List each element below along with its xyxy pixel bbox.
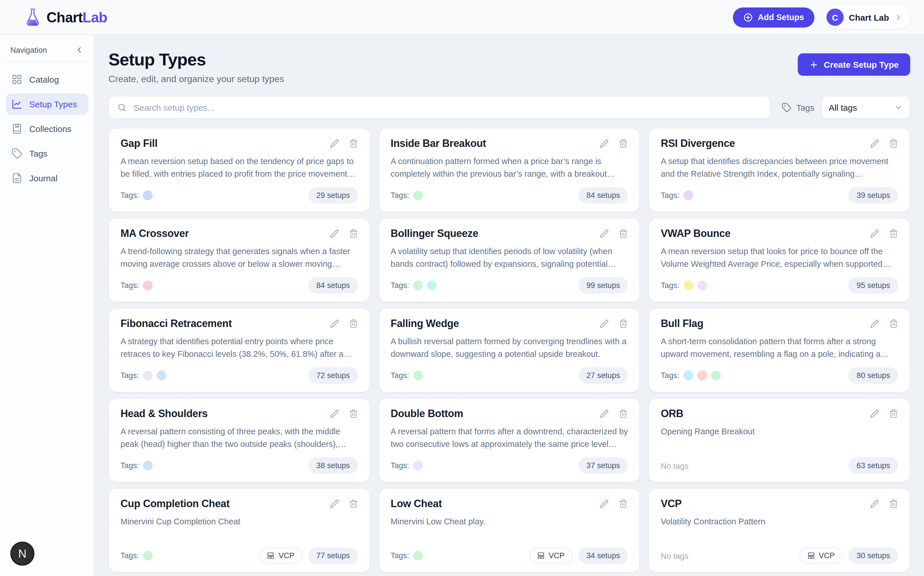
setup-type-card[interactable]: Fibonacci Retracement A strategy that id… (109, 308, 370, 392)
search-input[interactable] (133, 102, 762, 113)
edit-button[interactable] (330, 499, 339, 508)
add-setups-button[interactable]: Add Setups (733, 7, 814, 27)
sidebar-item-setup-types[interactable]: Setup Types (6, 93, 88, 115)
card-title: Head & Shoulders (120, 408, 208, 420)
trash-icon (889, 319, 898, 328)
trash-icon (889, 499, 898, 508)
search-box (109, 96, 770, 119)
edit-button[interactable] (600, 229, 609, 238)
delete-button[interactable] (889, 229, 898, 238)
brand-logo: ChartLab (24, 8, 107, 26)
delete-button[interactable] (889, 499, 898, 508)
setup-type-card[interactable]: MA Crossover A trend-following strategy … (109, 218, 370, 302)
edit-button[interactable] (870, 229, 879, 238)
setup-type-card[interactable]: VCP Volatility Contraction Pattern (649, 488, 910, 573)
card-description: Volatility Contraction Pattern (661, 516, 898, 528)
sidebar-item-tags[interactable]: Tags (6, 143, 88, 164)
setup-type-card[interactable]: Cup Completion Cheat Minervini Cup Compl… (109, 488, 370, 573)
page-subtitle: Create, edit, and organize your setup ty… (109, 74, 284, 84)
plus-icon (810, 60, 819, 69)
sidebar-title: Navigation (10, 46, 47, 54)
card-description: A mean reversion setup based on the tend… (120, 155, 358, 181)
card-tags-label: Tags: (120, 551, 139, 560)
trash-icon (889, 409, 898, 418)
setups-count-badge: 77 setups (308, 547, 358, 564)
sidebar-item-journal[interactable]: Journal (6, 168, 88, 189)
card-title: VWAP Bounce (661, 228, 730, 240)
edit-button[interactable] (600, 139, 609, 148)
edit-button[interactable] (870, 499, 879, 508)
setup-type-card[interactable]: Gap Fill A mean reversion setup based on… (109, 128, 370, 212)
pencil-icon (870, 319, 879, 328)
pencil-icon (600, 229, 609, 238)
card-tags-label: Tags: (120, 461, 139, 470)
card-tags-label: Tags: (391, 461, 409, 470)
setup-type-card[interactable]: Inside Bar Breakout A continuation patte… (378, 128, 640, 212)
setup-type-card[interactable]: Falling Wedge A bullish reversal pattern… (378, 308, 640, 392)
setup-type-card[interactable]: Head & Shoulders A reversal pattern cons… (109, 398, 370, 483)
setup-type-card[interactable]: RSI Divergence A setup that identifies d… (649, 128, 910, 212)
setup-type-card[interactable]: Bull Flag A short-term consolidation pat… (649, 308, 910, 392)
layout-template-icon (807, 552, 815, 559)
pencil-icon (600, 499, 609, 508)
vcp-badge: VCP (529, 547, 573, 564)
brand-name: ChartLab (46, 9, 107, 26)
delete-button[interactable] (889, 319, 898, 328)
tag-color-dot (413, 371, 423, 380)
edit-button[interactable] (330, 409, 339, 418)
tag-icon (782, 102, 792, 112)
delete-button[interactable] (619, 229, 628, 238)
delete-button[interactable] (619, 319, 628, 328)
pencil-icon (600, 409, 609, 418)
edit-button[interactable] (870, 139, 879, 148)
add-setups-label: Add Setups (758, 13, 804, 22)
edit-button[interactable] (600, 409, 609, 418)
setup-type-card[interactable]: Low Cheat Minervini Low Cheat play. (378, 488, 640, 573)
setups-count-badge: 99 setups (578, 277, 628, 294)
setup-type-card[interactable]: VWAP Bounce A mean reversion setup that … (649, 218, 910, 302)
card-no-tags: No tags (661, 461, 689, 470)
delete-button[interactable] (349, 319, 358, 328)
setup-type-card[interactable]: Double Bottom A reversal pattern that fo… (378, 398, 640, 483)
delete-button[interactable] (619, 139, 628, 148)
edit-button[interactable] (330, 319, 339, 328)
card-tags: Tags: (661, 280, 707, 290)
card-tags: Tags: (120, 280, 153, 290)
create-setup-type-button[interactable]: Create Setup Type (798, 53, 910, 76)
setup-type-grid: Gap Fill A mean reversion setup based on… (109, 128, 910, 573)
card-tags-label: Tags: (391, 371, 409, 380)
card-description: A reversal pattern that forms after a do… (391, 426, 628, 451)
delete-button[interactable] (349, 499, 358, 508)
edit-button[interactable] (330, 229, 339, 238)
edit-button[interactable] (600, 499, 609, 508)
card-description: A mean reversion setup that looks for pr… (661, 246, 898, 270)
delete-button[interactable] (619, 409, 628, 418)
trash-icon (619, 229, 628, 238)
trash-icon (349, 319, 358, 328)
delete-button[interactable] (349, 229, 358, 238)
delete-button[interactable] (889, 139, 898, 148)
delete-button[interactable] (349, 139, 358, 148)
setup-type-card[interactable]: Bollinger Squeeze A volatility setup tha… (378, 218, 640, 302)
tag-color-dot (683, 371, 693, 380)
tag-color-dot (143, 461, 153, 470)
sidebar-item-catalog[interactable]: Catalog (6, 69, 88, 90)
edit-button[interactable] (870, 319, 879, 328)
setup-type-card[interactable]: ORB Opening Range Breakout (649, 398, 910, 483)
edit-button[interactable] (870, 409, 879, 418)
edit-button[interactable] (330, 139, 339, 148)
sidebar-collapse-button[interactable] (75, 45, 84, 54)
card-no-tags: No tags (661, 551, 689, 560)
delete-button[interactable] (349, 409, 358, 418)
delete-button[interactable] (889, 409, 898, 418)
dev-indicator-button[interactable]: N (10, 542, 34, 566)
account-menu-button[interactable]: C Chart Lab (823, 6, 910, 29)
tag-color-dot (413, 280, 423, 290)
trash-icon (619, 499, 628, 508)
sidebar-item-collections[interactable]: Collections (6, 118, 88, 139)
card-description: A short-term consolidation pattern that … (661, 336, 898, 361)
delete-button[interactable] (619, 499, 628, 508)
card-description: Minervini Cup Completion Cheat (120, 516, 358, 528)
tags-filter-select[interactable]: All tags (821, 96, 910, 119)
edit-button[interactable] (600, 319, 609, 328)
